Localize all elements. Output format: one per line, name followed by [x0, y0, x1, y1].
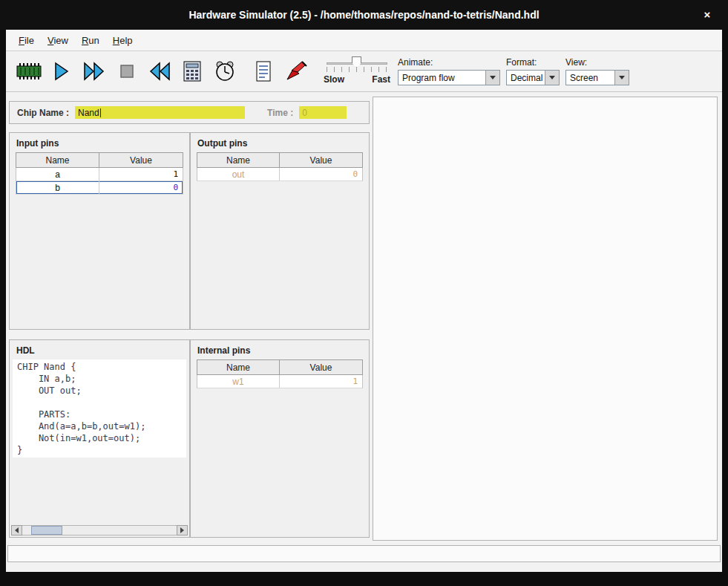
- clock-button[interactable]: [209, 56, 240, 87]
- time-value: 0: [302, 108, 307, 118]
- chevron-down-icon[interactable]: [614, 71, 629, 85]
- input-pins-title: Input pins: [10, 133, 189, 152]
- calculator-button[interactable]: [177, 56, 208, 87]
- animate-group: Animate: Program flow: [398, 57, 500, 85]
- output-pins-title: Output pins: [191, 133, 369, 152]
- window-title: Hardware Simulator (2.5) - /home/thomas/…: [188, 9, 539, 21]
- slider-labels: Slow Fast: [324, 74, 390, 85]
- single-step-button[interactable]: [46, 56, 77, 87]
- internal-pins-title: Internal pins: [191, 340, 369, 359]
- text-caret: [100, 108, 101, 117]
- script-button[interactable]: [248, 56, 279, 87]
- main-window: File View Run Help: [6, 30, 722, 572]
- hdl-title: HDL: [10, 340, 189, 359]
- pin-name: a: [16, 168, 99, 180]
- view-label: View:: [565, 57, 629, 68]
- format-value: Decimal: [507, 71, 545, 85]
- table-header: Name Value: [197, 152, 363, 168]
- format-select[interactable]: Decimal: [506, 70, 560, 85]
- run-icon: [82, 61, 106, 82]
- input-pins-table: Name Value a 1 b 0: [16, 152, 183, 195]
- internal-pins-table: Name Value w1 1: [197, 359, 363, 388]
- message-bar: [7, 545, 721, 562]
- single-step-icon: [51, 61, 72, 82]
- name-column-header: Name: [197, 359, 280, 375]
- load-chip-icon: [16, 62, 42, 80]
- stop-button[interactable]: [111, 56, 142, 87]
- menu-run[interactable]: Run: [75, 32, 106, 49]
- horizontal-scrollbar[interactable]: [11, 525, 188, 535]
- menu-view[interactable]: View: [41, 32, 75, 49]
- scrollbar-track[interactable]: [22, 525, 177, 535]
- table-header: Name Value: [197, 359, 363, 375]
- time-label: Time :: [267, 108, 293, 118]
- chevron-down-icon[interactable]: [545, 71, 559, 85]
- reset-button[interactable]: [144, 56, 175, 87]
- name-column-header: Name: [197, 152, 280, 168]
- view-select[interactable]: Screen: [565, 70, 629, 85]
- time-field: 0: [299, 106, 347, 119]
- input-pins-panel: Input pins Name Value a 1 b 0: [9, 132, 190, 330]
- chip-header-panel: Chip Name : Nand Time : 0: [9, 101, 370, 124]
- pin-name: out: [197, 168, 280, 180]
- slow-label: Slow: [324, 74, 344, 85]
- table-header: Name Value: [16, 152, 183, 168]
- name-column-header: Name: [16, 152, 99, 168]
- slider-ticks: [327, 67, 387, 72]
- menu-help[interactable]: Help: [106, 32, 140, 49]
- animate-value: Program flow: [399, 71, 485, 85]
- internal-pins-panel: Internal pins Name Value w1 1: [190, 339, 370, 538]
- clear-icon: [284, 60, 308, 82]
- output-pins-panel: Output pins Name Value out 0: [190, 132, 370, 330]
- scroll-right-icon[interactable]: [177, 525, 188, 535]
- scroll-left-icon[interactable]: [11, 525, 22, 535]
- screen-view-panel: [373, 97, 718, 541]
- chevron-down-icon[interactable]: [485, 71, 499, 85]
- table-row[interactable]: b 0: [16, 181, 183, 195]
- pin-value[interactable]: 1: [99, 168, 183, 180]
- table-row: w1 1: [197, 375, 363, 388]
- scrollbar-thumb[interactable]: [31, 526, 62, 535]
- value-column-header: Value: [280, 152, 363, 168]
- hdl-code[interactable]: CHIP Nand { IN a,b; OUT out; PARTS: And(…: [13, 359, 186, 458]
- calculator-icon: [183, 60, 202, 82]
- close-icon[interactable]: ×: [700, 7, 715, 22]
- chip-name-label: Chip Name :: [17, 108, 69, 118]
- animate-label: Animate:: [398, 57, 500, 68]
- clock-icon: [214, 60, 236, 82]
- title-bar: Hardware Simulator (2.5) - /home/thomas/…: [0, 0, 728, 30]
- fast-label: Fast: [372, 74, 390, 85]
- pin-value[interactable]: 0: [99, 181, 183, 194]
- format-group: Format: Decimal: [506, 57, 560, 85]
- chip-name-value: Nand: [78, 108, 99, 118]
- view-value: Screen: [566, 71, 614, 85]
- load-chip-button[interactable]: [13, 56, 45, 87]
- clear-button[interactable]: [281, 56, 312, 87]
- pin-name: b: [16, 181, 99, 194]
- pin-value: 0: [280, 168, 362, 180]
- toolbar: Slow Fast Animate: Program flow Format: …: [6, 51, 722, 92]
- run-button[interactable]: [79, 56, 110, 87]
- stop-icon: [117, 62, 137, 81]
- slider-thumb[interactable]: [352, 56, 361, 68]
- format-label: Format:: [506, 57, 560, 68]
- hdl-panel: HDL CHIP Nand { IN a,b; OUT out; PARTS: …: [9, 339, 190, 538]
- value-column-header: Value: [280, 359, 363, 375]
- view-group: View: Screen: [565, 57, 629, 85]
- output-pins-table: Name Value out 0: [197, 152, 363, 181]
- script-icon: [255, 60, 272, 82]
- table-row: out 0: [197, 168, 363, 181]
- table-row[interactable]: a 1: [16, 168, 183, 181]
- pin-name: w1: [197, 375, 280, 388]
- speed-slider[interactable]: Slow Fast: [324, 55, 390, 88]
- menu-bar: File View Run Help: [6, 30, 722, 51]
- reset-icon: [148, 61, 171, 82]
- animate-select[interactable]: Program flow: [398, 70, 500, 85]
- menu-file[interactable]: File: [12, 32, 41, 49]
- chip-name-field[interactable]: Nand: [75, 106, 245, 119]
- pin-value: 1: [280, 375, 362, 388]
- value-column-header: Value: [99, 152, 183, 168]
